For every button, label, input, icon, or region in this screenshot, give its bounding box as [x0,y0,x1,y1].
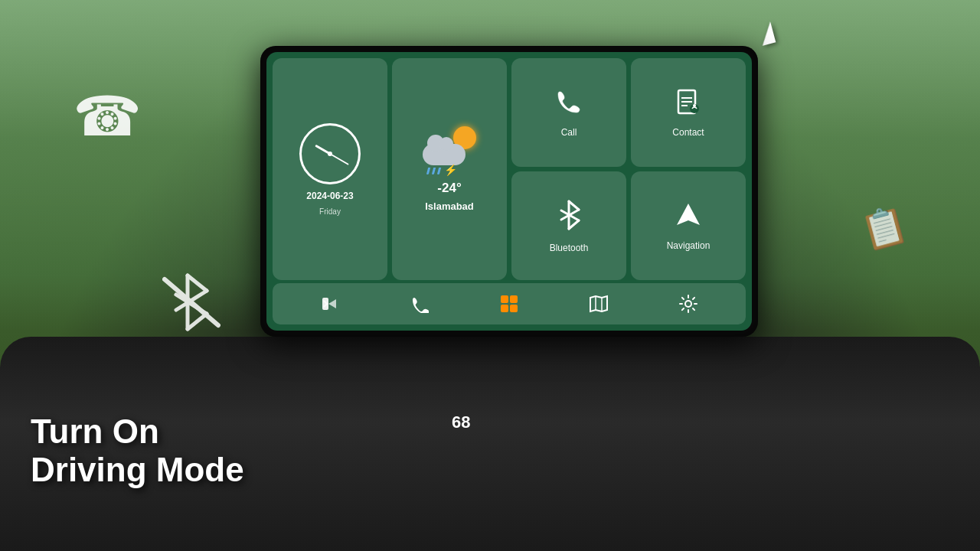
nav-btn-settings[interactable] [675,290,702,318]
contact-label: Contact [672,127,704,138]
headline-line2: Driving Mode [31,451,244,490]
call-label: Call [561,127,577,138]
svg-rect-21 [510,305,518,312]
tile-call[interactable]: Call [511,58,626,167]
nav-btn-home[interactable] [495,290,523,318]
tile-bluetooth[interactable]: Bluetooth [511,171,626,280]
widget-clock: 2024-06-23 Friday [273,58,387,280]
widget-weather: ⚡ -24° Islamabad [392,58,507,280]
raindrop-1 [426,168,430,174]
navigation-label: Navigation [667,240,710,251]
tile-navigation[interactable]: Navigation [631,171,746,280]
screen-bezel: 2024-06-23 Friday [260,46,758,337]
clock-center-dot [328,152,332,156]
svg-rect-19 [510,295,518,303]
nav-btn-back[interactable] [316,290,344,318]
tile-contact[interactable]: Contact [631,58,746,167]
contact-icon [674,87,703,122]
weather-icon-area: ⚡ [423,126,476,176]
rain-drops [427,168,440,174]
call-icon [554,87,583,122]
bluetooth-label: Bluetooth [550,243,589,253]
cloud-bump2 [439,137,453,151]
nav-btn-phone[interactable] [406,290,433,318]
raindrop-2 [432,168,436,174]
svg-rect-18 [501,295,508,303]
headline-container: Turn On Driving Mode [31,412,244,490]
infotainment-screen: 2024-06-23 Friday [266,52,752,331]
svg-line-1 [188,276,207,291]
clock-day: Friday [319,207,341,216]
nav-btn-map[interactable] [585,290,612,318]
navigation-icon [674,201,703,236]
raindrop-3 [437,168,441,174]
svg-line-13 [569,201,579,210]
svg-rect-20 [501,305,508,312]
svg-line-15 [569,220,579,229]
svg-line-3 [188,314,207,329]
screen-main-grid: 2024-06-23 Friday [273,58,746,280]
bluetooth-icon [554,198,583,238]
lightning-icon: ⚡ [444,164,457,176]
nav-bar [273,283,746,324]
clock-date: 2024-06-23 [306,191,353,201]
svg-point-24 [685,301,691,307]
svg-line-5 [165,279,218,325]
clock-minute-hand [330,153,349,165]
headline-line1: Turn On [31,412,244,452]
svg-point-11 [693,104,696,107]
decorative-bluetooth [161,268,222,340]
cloud-body [423,144,466,165]
weather-temp: -24° [437,181,461,196]
clock-face [299,123,361,184]
temp-display: 68 [452,412,470,432]
decorative-phone-left: ☎ [73,84,142,148]
weather-city: Islamabad [425,201,474,212]
